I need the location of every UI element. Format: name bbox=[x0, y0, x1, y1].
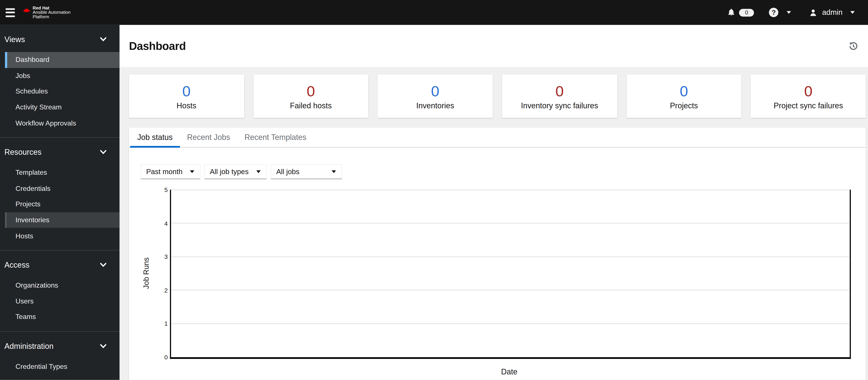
history-icon bbox=[849, 41, 858, 51]
tab-job-status[interactable]: Job status bbox=[130, 128, 180, 147]
redhat-fedora-icon bbox=[23, 6, 30, 12]
chevron-down-icon bbox=[100, 150, 106, 154]
chevron-down-icon bbox=[100, 344, 106, 348]
sidebar-item-inventories[interactable]: Inventories bbox=[5, 212, 120, 228]
sidebar-section: Access OrganizationsUsersTeams bbox=[0, 250, 120, 331]
card-label: Inventories bbox=[416, 101, 454, 110]
caret-down-icon bbox=[190, 170, 194, 173]
count-link-failed-hosts[interactable]: 0 bbox=[307, 83, 315, 99]
card-label: Project sync failures bbox=[774, 101, 843, 110]
dashboard-content: 0Hosts0Failed hosts0Inventories0Inventor… bbox=[120, 67, 868, 380]
job-status-panel: Job statusRecent JobsRecent Templates Pa… bbox=[129, 128, 866, 380]
brand-line-3: Platform bbox=[33, 14, 70, 19]
sidebar-item-teams[interactable]: Teams bbox=[5, 309, 120, 325]
app-window: Red Hat Ansible Automation Platform 0 ? bbox=[0, 0, 868, 380]
summary-card-failed-hosts: 0Failed hosts bbox=[253, 75, 368, 118]
count-link-project-sync-failures[interactable]: 0 bbox=[804, 83, 812, 99]
sidebar-item-notifications[interactable]: Notifications bbox=[5, 375, 120, 380]
summary-cards: 0Hosts0Failed hosts0Inventories0Inventor… bbox=[129, 75, 866, 118]
count-link-inventories[interactable]: 0 bbox=[431, 83, 439, 99]
page-header: Dashboard bbox=[120, 25, 868, 67]
y-tick-label: 2 bbox=[129, 287, 167, 293]
gridline bbox=[171, 323, 850, 324]
filter-select-all-job-types[interactable]: All job types bbox=[204, 164, 267, 179]
filter-select-all-jobs[interactable]: All jobs bbox=[271, 164, 342, 179]
chevron-down-icon bbox=[787, 11, 791, 14]
notifications-button[interactable]: 0 bbox=[727, 8, 754, 17]
tab-recent-jobs[interactable]: Recent Jobs bbox=[180, 128, 237, 147]
sidebar-item-credential-types[interactable]: Credential Types bbox=[5, 359, 120, 375]
tab-recent-templates[interactable]: Recent Templates bbox=[237, 128, 314, 147]
sidebar-nav: Views DashboardJobsSchedulesActivity Str… bbox=[0, 25, 120, 380]
chevron-down-icon bbox=[100, 37, 106, 41]
bell-icon bbox=[727, 8, 736, 17]
sidebar-section: Views DashboardJobsSchedulesActivity Str… bbox=[0, 25, 120, 137]
sidebar-item-hosts[interactable]: Hosts bbox=[5, 228, 120, 244]
filter-select-past-month[interactable]: Past month bbox=[141, 164, 200, 179]
sidebar-item-credentials[interactable]: Credentials bbox=[5, 180, 120, 197]
chevron-down-icon bbox=[100, 263, 106, 267]
sidebar-item-users[interactable]: Users bbox=[5, 293, 120, 309]
count-link-hosts[interactable]: 0 bbox=[182, 83, 191, 99]
sidebar-section-header-access[interactable]: Access bbox=[0, 258, 120, 272]
help-menu-button[interactable]: ? bbox=[769, 8, 791, 17]
selected-value: Past month bbox=[146, 168, 183, 176]
summary-card-projects: 0Projects bbox=[626, 75, 741, 118]
card-label: Inventory sync failures bbox=[521, 101, 598, 110]
sidebar-item-schedules[interactable]: Schedules bbox=[5, 83, 120, 100]
notifications-badge: 0 bbox=[739, 9, 754, 16]
summary-card-inventories: 0Inventories bbox=[378, 75, 493, 118]
chevron-down-icon bbox=[850, 11, 855, 14]
sidebar-item-organizations[interactable]: Organizations bbox=[5, 277, 120, 293]
nav-toggle-button[interactable] bbox=[6, 8, 16, 17]
summary-card-project-sync-failures: 0Project sync failures bbox=[751, 75, 866, 118]
gridline bbox=[171, 256, 850, 257]
count-link-projects[interactable]: 0 bbox=[680, 83, 688, 99]
sidebar-section-header-resources[interactable]: Resources bbox=[0, 145, 120, 159]
gridline bbox=[171, 189, 850, 190]
chart-plot-area bbox=[170, 189, 851, 359]
y-tick-label: 0 bbox=[129, 354, 167, 361]
question-circle-icon: ? bbox=[769, 8, 778, 17]
card-label: Failed hosts bbox=[290, 101, 332, 110]
caret-down-icon bbox=[256, 170, 261, 173]
card-label: Projects bbox=[670, 101, 698, 110]
history-icon-button[interactable] bbox=[849, 41, 858, 51]
username-label: admin bbox=[822, 8, 843, 17]
summary-card-hosts: 0Hosts bbox=[129, 75, 244, 118]
main-area: Dashboard 0Hosts0Failed hosts0Inventorie… bbox=[120, 25, 868, 380]
user-icon bbox=[809, 8, 818, 17]
sidebar-item-workflow-approvals[interactable]: Workflow Approvals bbox=[5, 115, 120, 131]
gridline bbox=[171, 290, 850, 290]
sidebar-item-projects[interactable]: Projects bbox=[5, 197, 120, 212]
tab-bar: Job statusRecent JobsRecent Templates bbox=[129, 128, 866, 148]
brand-line-1: Red Hat bbox=[33, 6, 70, 10]
brand-line-2: Ansible Automation bbox=[33, 10, 70, 15]
gridline bbox=[171, 223, 850, 223]
selected-value: All jobs bbox=[276, 168, 300, 176]
sidebar-item-dashboard[interactable]: Dashboard bbox=[5, 52, 120, 68]
masthead: Red Hat Ansible Automation Platform 0 ? bbox=[0, 0, 868, 25]
count-link-inventory-sync-failures[interactable]: 0 bbox=[555, 83, 564, 99]
caret-down-icon bbox=[332, 170, 336, 173]
y-tick-label: 5 bbox=[129, 186, 167, 193]
job-runs-chart: Job Runs 543210 Date bbox=[129, 189, 866, 380]
sidebar-item-templates[interactable]: Templates bbox=[5, 165, 120, 181]
app-logo[interactable]: Red Hat Ansible Automation Platform bbox=[23, 6, 70, 19]
sidebar-section: Resources TemplatesCredentialsProjectsIn… bbox=[0, 137, 120, 250]
summary-card-inventory-sync-failures: 0Inventory sync failures bbox=[502, 75, 617, 118]
y-tick-label: 3 bbox=[129, 253, 167, 260]
chart-x-axis-label: Date bbox=[170, 367, 849, 376]
page-title: Dashboard bbox=[129, 39, 186, 52]
chart-y-axis-label: Job Runs bbox=[142, 257, 150, 289]
filter-bar: Past monthAll job typesAll jobs bbox=[129, 148, 866, 179]
user-menu-button[interactable]: admin bbox=[809, 8, 855, 17]
y-tick-label: 1 bbox=[129, 320, 167, 327]
sidebar-section: Administration Credential TypesNotificat… bbox=[0, 331, 120, 380]
sidebar-item-activity-stream[interactable]: Activity Stream bbox=[5, 100, 120, 115]
y-tick-label: 4 bbox=[129, 220, 167, 227]
sidebar-section-header-views[interactable]: Views bbox=[0, 32, 120, 46]
selected-value: All job types bbox=[210, 168, 249, 176]
sidebar-item-jobs[interactable]: Jobs bbox=[5, 68, 120, 83]
sidebar-section-header-administration[interactable]: Administration bbox=[0, 339, 120, 353]
